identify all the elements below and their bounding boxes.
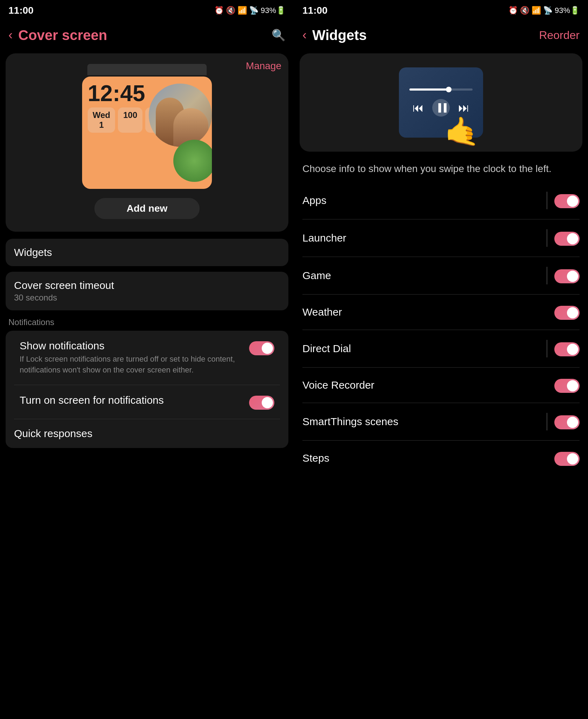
green-blob (173, 140, 212, 182)
right-status-time: 11:00 (302, 5, 328, 16)
widget-label-weather: Weather (302, 306, 554, 318)
widget-row-steps[interactable]: Steps (294, 441, 588, 476)
watch-face: 12:45 Wed 1 100 📷 3 (82, 77, 212, 189)
widget-label-smartthings: SmartThings scenes (302, 416, 547, 428)
mute-icon: 🔇 (226, 6, 235, 15)
turn-on-screen-toggle[interactable] (249, 396, 274, 410)
left-header: ‹ Cover screen 🔍 (0, 21, 294, 49)
right-wifi-icon: 📶 (532, 6, 541, 15)
turn-on-screen-content: Turn on screen for notifications (20, 394, 249, 406)
watch-photo-overlay (145, 77, 212, 189)
widget-battery-value: 100 (123, 110, 137, 120)
wifi-icon: 📶 (238, 6, 247, 15)
manage-button[interactable]: Manage (246, 60, 281, 72)
cover-timeout-item[interactable]: Cover screen timeout 30 seconds (6, 272, 288, 310)
reorder-button[interactable]: Reorder (539, 29, 580, 42)
phone-preview: 12:45 Wed 1 100 📷 3 (13, 60, 281, 192)
widget-row-voice-recorder[interactable]: Voice Recorder (294, 368, 588, 403)
widget-divider-direct-dial (547, 340, 547, 357)
widget-divider-launcher (547, 229, 547, 247)
add-new-button[interactable]: Add new (94, 198, 200, 219)
show-notifications-desc: If Lock screen notifications are turned … (20, 354, 242, 376)
widget-row-smartthings[interactable]: SmartThings scenes (294, 403, 588, 440)
widget-label-direct-dial: Direct Dial (302, 343, 547, 355)
widget-day-value: 1 (99, 120, 103, 130)
quick-responses-title: Quick responses (14, 428, 280, 440)
widget-day-label: Wed (93, 110, 110, 120)
widget-row-weather[interactable]: Weather (294, 295, 588, 330)
media-progress-dot (446, 87, 452, 92)
widget-toggle-apps[interactable] (554, 194, 580, 208)
right-status-bar: 11:00 ⏰ 🔇 📶 📡 93%🔋 (294, 0, 588, 21)
next-track-icon[interactable]: ⏭ (458, 101, 469, 114)
media-progress-bar (409, 88, 473, 91)
widget-label-apps: Apps (302, 194, 547, 206)
quick-responses-row[interactable]: Quick responses (6, 419, 288, 448)
widget-row-game[interactable]: Game (294, 257, 588, 294)
right-panel: 11:00 ⏰ 🔇 📶 📡 93%🔋 ‹ Widgets Reorder ⏮ ▐… (294, 0, 588, 719)
widget-row-launcher[interactable]: Launcher (294, 219, 588, 257)
widget-label-launcher: Launcher (302, 232, 547, 244)
show-notifications-toggle[interactable] (249, 341, 274, 355)
right-status-icons: ⏰ 🔇 📶 📡 93%🔋 (508, 6, 580, 15)
right-page-title: Widgets (312, 27, 533, 43)
media-progress-fill (409, 88, 447, 91)
turn-on-screen-row[interactable]: Turn on screen for notifications (11, 387, 283, 417)
widget-divider-apps (547, 192, 547, 209)
media-controls: ⏮ ▐▐ ⏭ (413, 99, 469, 117)
play-icon: ▐▐ (435, 103, 446, 112)
notifications-block: Show notifications If Lock screen notifi… (6, 331, 288, 448)
widget-toggle-direct-dial[interactable] (554, 342, 580, 356)
right-back-button[interactable]: ‹ (302, 28, 307, 42)
left-status-bar: 11:00 ⏰ 🔇 📶 📡 93%🔋 (0, 0, 294, 21)
show-notifications-title: Show notifications (20, 340, 242, 352)
notifications-section-label: Notifications (0, 313, 294, 329)
left-status-icons: ⏰ 🔇 📶 📡 93%🔋 (214, 6, 286, 15)
phone-top-bar (87, 64, 207, 75)
divider-1 (14, 385, 280, 385)
widget-preview-card: ⏮ ▐▐ ⏭ 🤙 (300, 53, 582, 152)
play-pause-button[interactable]: ▐▐ (432, 99, 450, 117)
right-mute-icon: 🔇 (520, 6, 529, 15)
widget-toggle-smartthings[interactable] (554, 415, 580, 429)
show-notifications-content: Show notifications If Lock screen notifi… (20, 340, 249, 376)
widget-toggle-game[interactable] (554, 269, 580, 283)
search-icon[interactable]: 🔍 (272, 28, 286, 42)
prev-track-icon[interactable]: ⏮ (413, 101, 424, 114)
right-signal-icon: 📡 (543, 6, 553, 15)
widget-row-apps[interactable]: Apps (294, 182, 588, 219)
widget-info-text: Choose info to show when you swipe the c… (294, 156, 588, 182)
widget-list: Apps Launcher Game Weather Direct Dial (294, 182, 588, 719)
hand-pointer-icon: 🤙 (445, 115, 480, 148)
signal-icon: 📡 (249, 6, 259, 15)
widget-label-voice-recorder: Voice Recorder (302, 379, 554, 391)
watch-widget-date: Wed 1 (88, 107, 115, 133)
right-header: ‹ Widgets Reorder (294, 21, 588, 49)
turn-on-screen-title: Turn on screen for notifications (20, 394, 242, 406)
widget-divider-game (547, 267, 547, 284)
media-player-mock: ⏮ ▐▐ ⏭ 🤙 (399, 67, 483, 138)
widget-divider-smartthings (547, 413, 547, 430)
alarm-icon: ⏰ (214, 6, 224, 15)
cover-screen-card: Manage 12:45 Wed 1 100 📷 3 (6, 53, 288, 232)
left-back-button[interactable]: ‹ (8, 28, 13, 42)
widget-row-direct-dial[interactable]: Direct Dial (294, 330, 588, 367)
right-battery-text: 93%🔋 (555, 6, 580, 15)
widget-label-steps: Steps (302, 452, 554, 464)
widget-toggle-launcher[interactable] (554, 232, 580, 246)
watch-widget-battery: 100 (118, 107, 142, 133)
show-notifications-row[interactable]: Show notifications If Lock screen notifi… (11, 332, 283, 383)
widget-toggle-weather[interactable] (554, 306, 580, 320)
battery-text: 93%🔋 (261, 6, 286, 15)
widgets-list-item[interactable]: Widgets (6, 239, 288, 266)
widget-toggle-voice-recorder[interactable] (554, 379, 580, 393)
widget-label-game: Game (302, 270, 547, 282)
right-alarm-icon: ⏰ (508, 6, 518, 15)
left-panel: 11:00 ⏰ 🔇 📶 📡 93%🔋 ‹ Cover screen 🔍 Mana… (0, 0, 294, 719)
widget-toggle-steps[interactable] (554, 452, 580, 466)
left-status-time: 11:00 (8, 5, 34, 16)
cover-timeout-subtitle: 30 seconds (14, 293, 280, 303)
cover-timeout-title: Cover screen timeout (14, 279, 280, 291)
left-page-title: Cover screen (18, 27, 266, 43)
widgets-label: Widgets (14, 246, 52, 258)
